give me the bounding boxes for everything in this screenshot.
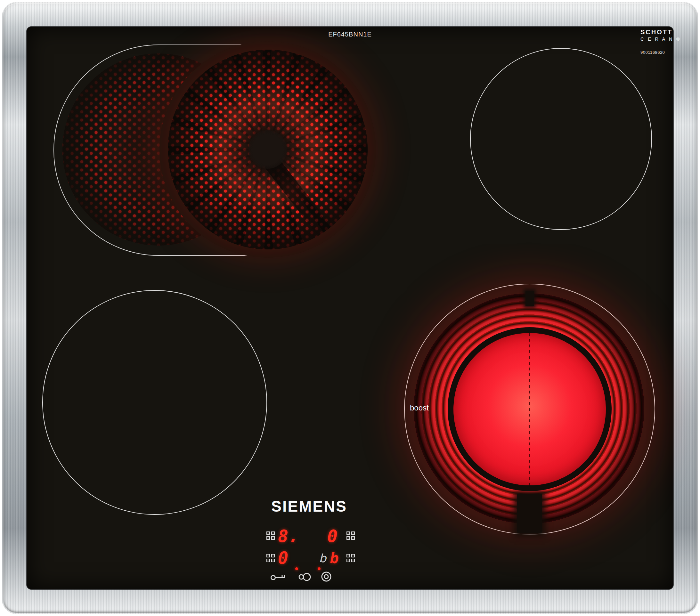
selector-square — [271, 554, 275, 557]
selector-square — [266, 536, 270, 540]
display-rear-left: 8. — [278, 528, 299, 545]
selector-square — [271, 531, 275, 535]
indicator-dot — [295, 567, 298, 570]
heating-element-stem-shadow — [517, 494, 542, 533]
rear-right-zone-outline — [470, 48, 652, 230]
selector-square — [351, 554, 355, 557]
key-lock-button[interactable] — [270, 573, 287, 582]
selector-square — [266, 531, 270, 535]
display-front-left: 0 — [278, 550, 288, 567]
front-right-zone: boost — [404, 284, 655, 535]
boost-indicator-letter: b — [319, 553, 326, 564]
heating-element-hub — [249, 130, 287, 169]
schott-ceran-logo: SCHOTT C E R A N ® — [640, 28, 681, 42]
selector-square — [271, 536, 275, 540]
selector-square — [266, 554, 270, 557]
dual-zone-button[interactable] — [320, 570, 333, 583]
selector-square — [266, 559, 270, 562]
serial-number-label: 9001168620 — [640, 50, 665, 55]
brand-logo: SIEMENS — [271, 498, 347, 515]
rear-left-zone-glow — [168, 50, 367, 249]
selector-square — [351, 531, 355, 535]
indicator-dot — [318, 567, 321, 570]
front-left-zone-outline — [42, 290, 267, 515]
display-rear-right: 0 — [327, 528, 338, 545]
selector-square — [351, 536, 355, 540]
display-front-right: b — [330, 551, 339, 565]
selector-square — [347, 531, 350, 535]
heating-element-notch-shadow — [525, 291, 534, 306]
zone-selector-squares-icon — [347, 554, 355, 562]
zone-selector-squares-icon — [266, 554, 275, 562]
selector-square — [347, 536, 350, 540]
selector-square — [271, 559, 275, 562]
zone-selector-squares-icon — [347, 531, 355, 540]
key-lock-icon — [270, 573, 287, 582]
double-ring-button[interactable] — [298, 572, 312, 582]
double-ring-icon — [298, 572, 312, 582]
heating-element-seam — [529, 333, 530, 486]
front-right-inner-glow — [453, 333, 606, 486]
schott-logo-line1: SCHOTT — [640, 28, 681, 36]
zone-selector-squares-icon — [266, 531, 275, 540]
schott-logo-line2: C E R A N ® — [640, 36, 681, 42]
boost-label: boost — [410, 403, 429, 412]
dual-zone-icon — [320, 570, 333, 583]
selector-square — [347, 559, 350, 562]
model-number-label: EF645BNN1E — [0, 31, 700, 38]
selector-square — [351, 559, 355, 562]
selector-square — [347, 554, 350, 557]
